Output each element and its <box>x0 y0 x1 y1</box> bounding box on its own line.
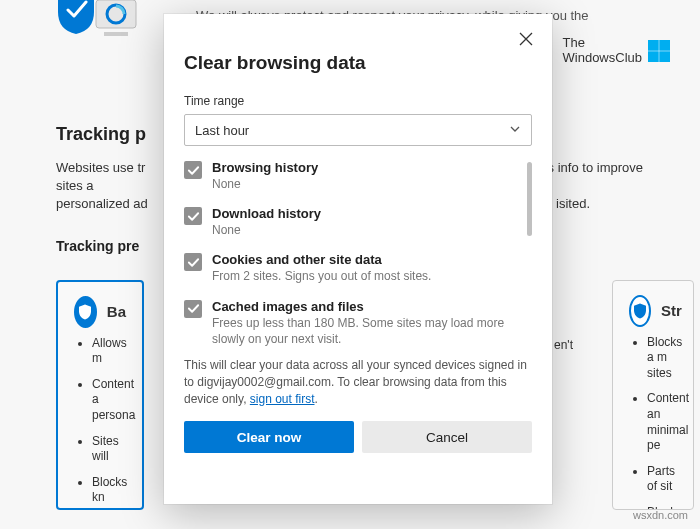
options-scrollbar[interactable] <box>527 162 532 236</box>
shield-basic-icon <box>74 296 97 328</box>
time-range-select[interactable]: Last hour <box>184 114 532 146</box>
option-subtext: None <box>212 176 520 192</box>
privacy-shield-illustration <box>56 0 146 52</box>
time-range-value: Last hour <box>195 123 249 138</box>
option-title: Download history <box>212 206 520 221</box>
list-item: Allows m <box>92 336 126 367</box>
option-download-history: Download history None <box>184 206 520 238</box>
list-item: Content apersona <box>92 377 126 424</box>
time-range-label: Time range <box>184 94 532 108</box>
list-item: Content anminimal pe <box>647 391 677 453</box>
sync-warning-note: This will clear your data across all you… <box>184 357 532 407</box>
tracking-card-middle-partial: en't <box>554 338 573 352</box>
sign-out-link[interactable]: sign out first <box>250 392 315 406</box>
tracking-card-strict[interactable]: Str Blocks a msites Content anminimal pe… <box>612 280 694 510</box>
clear-browsing-data-dialog: Clear browsing data Time range Last hour… <box>164 14 552 504</box>
svg-rect-5 <box>658 40 660 62</box>
close-icon <box>519 32 533 49</box>
dialog-title: Clear browsing data <box>184 52 532 74</box>
clear-now-button[interactable]: Clear now <box>184 421 354 453</box>
tracking-card-basic[interactable]: Ba Allows m Content apersona Sites will … <box>56 280 144 510</box>
list-item: Blocks a msites <box>647 335 677 382</box>
option-subtext: From 2 sites. Signs you out of most site… <box>212 268 520 284</box>
option-title: Cookies and other site data <box>212 252 520 267</box>
option-cookies: Cookies and other site data From 2 sites… <box>184 252 520 284</box>
option-title: Cached images and files <box>212 299 520 314</box>
windows-flag-icon <box>648 40 670 62</box>
checkbox-cached[interactable] <box>184 300 202 318</box>
list-item: Blocks kn <box>92 475 126 506</box>
clear-options-list: Browsing history None Download history N… <box>184 160 532 347</box>
option-title: Browsing history <box>212 160 520 175</box>
checkbox-cookies[interactable] <box>184 253 202 271</box>
checkbox-browsing-history[interactable] <box>184 161 202 179</box>
option-browsing-history: Browsing history None <box>184 160 520 192</box>
option-subtext: Frees up less than 180 MB. Some sites ma… <box>212 315 520 347</box>
svg-rect-2 <box>104 32 128 36</box>
option-cached: Cached images and files Frees up less th… <box>184 299 520 347</box>
watermark: wsxdn.com <box>633 509 688 521</box>
chevron-down-icon <box>509 123 521 138</box>
cancel-button[interactable]: Cancel <box>362 421 532 453</box>
list-item: Sites will <box>92 434 126 465</box>
checkbox-download-history[interactable] <box>184 207 202 225</box>
windowsclub-brand: The WindowsClub <box>563 36 670 66</box>
option-subtext: None <box>212 222 520 238</box>
close-button[interactable] <box>512 26 540 54</box>
list-item: Parts of sit <box>647 464 677 495</box>
shield-strict-icon <box>629 295 651 327</box>
